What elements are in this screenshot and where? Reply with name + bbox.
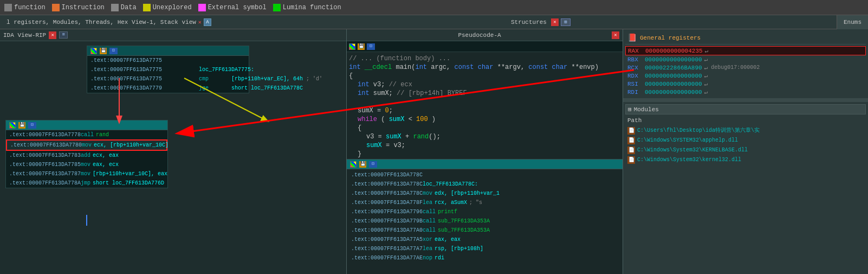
module-icon-1: 📄: [627, 127, 635, 135]
bl-save-icon: 💾: [18, 122, 25, 129]
pseudo-titlebar: Pseudocode-A ✕: [347, 29, 623, 41]
pseudo-title: Pseudocode-A: [350, 32, 609, 39]
module-row-1: 📄 C:\Users\fhl\Desktop\ida特训营\第六章\实: [625, 126, 866, 136]
path-label: Path: [625, 117, 866, 124]
reg-value-rax: 0000000000004235: [645, 48, 703, 54]
pseudo-close-btn[interactable]: ✕: [612, 31, 619, 39]
pseudo-line-8: while ( sumX < 100 ): [349, 115, 620, 124]
reg-comment-rcx: debug017:000002: [711, 65, 760, 71]
enums-tab[interactable]: Enums: [844, 19, 861, 26]
right-panel: 📕 General registers RAX 0000000000004235…: [623, 29, 868, 274]
pseudo-color-icon: [349, 43, 355, 50]
pb-line-7: .text:00007FF613DA77A0 call sub_7FF613DA…: [348, 226, 621, 235]
legend-instruction: Instruction: [52, 4, 105, 11]
ida-view-titlebar: IDA View-RIP ✕ ≡: [0, 29, 346, 41]
reg-value-rbx: 0000000000000000: [645, 56, 702, 63]
pseudo-line-6: [349, 98, 620, 106]
structures-title-tab: Structures: [511, 19, 547, 26]
code-line-1: .text:00007FF613DA7775: [87, 56, 249, 65]
registers-section: 📕 General registers RAX 0000000000004235…: [623, 29, 868, 99]
modules-title: Modules: [634, 106, 659, 113]
code-line-3: .text:00007FF613DA7775 cmp [rbp+110h+var…: [87, 74, 249, 84]
pb-line-8: .text:00007FF613DA77A5 xor eax, eax: [348, 235, 621, 244]
module-path-2: C:\Windows\SYSTEM32\apphelp.dll: [637, 136, 738, 145]
pseudo-line-7: sumX = 0;: [349, 106, 620, 115]
reg-row-rsi: RSI 0000000000000000 ↵: [625, 80, 866, 88]
pseudocode-top: Pseudocode-A ✕ 💾 ⊡ // ... (function body…: [347, 29, 623, 160]
reg-name-rcx: RCX: [627, 65, 645, 71]
pb-code: .text:00007FF613DA778C .text:00007FF613D…: [347, 169, 623, 264]
graph-content: 💾 ⊡ .text:00007FF613DA7775 .text:00007FF…: [0, 41, 346, 274]
bl-line-6: .text:00007FF613DA778A jmp short loc_7FF…: [6, 179, 167, 188]
structures-icon-btn[interactable]: ⊞: [561, 18, 571, 26]
tab-registers-modules[interactable]: l registers, Modules, Threads, Hex View-…: [2, 17, 216, 27]
module-icon-4: 📄: [627, 156, 635, 164]
pseudo-line-1: // ... (function body) ...: [349, 54, 620, 63]
registers-book-icon: 📕: [627, 33, 637, 42]
reg-row-rax: RAX 0000000000004235 ↵: [625, 46, 866, 55]
tab-label: l registers, Modules, Threads, Hex View-…: [7, 19, 196, 26]
modules-grid-icon: ⊞: [628, 106, 632, 113]
reg-row-rdx: RDX 0000000000000000 ↵: [625, 72, 866, 80]
pseudo-line-11: sumX = v3;: [349, 141, 620, 150]
structures-close-btn[interactable]: ✕: [551, 18, 559, 26]
bl-line-4: .text:00007FF613DA7785 mov eax, ecx: [6, 160, 167, 169]
ida-view-icon[interactable]: ≡: [59, 31, 68, 39]
legend-function: function: [4, 4, 46, 11]
bl-line-5: .text:00007FF613DA7787 mov [rbp+110h+var…: [6, 169, 167, 179]
code-line-4: .text:00007FF613DA7779 jge short loc_7FF…: [87, 84, 249, 93]
legend-function-label: function: [14, 4, 46, 11]
nav-icon: ⊡: [109, 48, 118, 54]
pseudo-line-2: int __cdecl main(int argc, const char **…: [349, 63, 620, 72]
reg-row-rbx: RBX 0000000000000000 ↵: [625, 55, 866, 63]
reg-value-rsi: 0000000000000000: [645, 81, 702, 87]
legend-instruction-color: [52, 4, 60, 11]
save-icon: 💾: [100, 48, 107, 54]
pseudo-line-3: {: [349, 72, 620, 80]
legend-external-symbol-label: External symbol: [208, 4, 267, 11]
legend-external-symbol: External symbol: [198, 4, 267, 11]
legend-lumina-color: [273, 4, 281, 11]
pb-color-icon: [350, 161, 357, 168]
reg-arrow-rbx: ↵: [704, 56, 708, 63]
pseudo-code-area: // ... (function body) ... int __cdecl m…: [347, 52, 623, 160]
pb-save-icon: 💾: [359, 161, 366, 168]
pseudo-line-13: printf("sumX = %d\n", sumX);: [349, 158, 620, 160]
legend-data-color: [111, 4, 119, 11]
pseudo-line-10: v3 = sumX + rand();: [349, 132, 620, 141]
registers-title-row: 📕 General registers: [625, 31, 866, 44]
main-area: IDA View-RIP ✕ ≡ 💾 ⊡ .text:00007FF613DA7…: [0, 29, 868, 274]
bl-color-icon: [9, 122, 16, 129]
legend-function-color: [4, 4, 12, 11]
legend-data: Data: [111, 4, 137, 11]
legend-unexplored-color: [143, 4, 151, 11]
code-line-2: .text:00007FF613DA7775 loc_7FF613DA7775:: [87, 65, 249, 74]
pseudo-save-icon: 💾: [358, 43, 365, 50]
reg-value-rdx: 0000000000000000: [645, 73, 702, 79]
pseudo-line-5: int sumX; // [rbp+14h] BYREF: [349, 89, 620, 98]
bl-line-3: .text:00007FF613DA7783 add ecx, eax: [6, 151, 167, 160]
bl-line-1: .text:00007FF613DA7778 call rand: [6, 130, 167, 139]
reg-arrow-rsi: ↵: [704, 80, 708, 87]
reg-arrow-rax: ↵: [705, 47, 709, 54]
ida-view-title: IDA View-RIP: [3, 32, 46, 39]
reg-name-rax: RAX: [628, 48, 645, 54]
tab-close-btn[interactable]: ✕: [198, 19, 202, 26]
legend-unexplored-label: Unexplored: [153, 4, 192, 11]
module-path-3: C:\Windows\System32\KERNELBASE.dll: [637, 146, 748, 155]
registers-title: General registers: [640, 35, 701, 41]
reg-arrow-rdi: ↵: [704, 88, 708, 95]
pb-header: 💾 ⊡: [347, 160, 623, 169]
modules-title-row: ⊞ Modules: [625, 104, 866, 114]
ida-view-close[interactable]: ✕: [49, 31, 56, 39]
legend-bar: function Instruction Data Unexplored Ext…: [0, 0, 868, 15]
reg-value-rdi: 0000000000000000: [645, 89, 702, 95]
module-icon-3: 📄: [627, 146, 635, 154]
reg-arrow-rcx: ↵: [704, 64, 708, 71]
pb-line-1: .text:00007FF613DA778C: [348, 170, 621, 180]
modules-section: ⊞ Modules Path 📄 C:\Users\fhl\Desktop\id…: [623, 102, 868, 167]
top-code-block: 💾 ⊡ .text:00007FF613DA7775 .text:00007FF…: [87, 46, 249, 93]
pseudo-line-4: int v3; // ecx: [349, 80, 620, 89]
reg-name-rbx: RBX: [627, 56, 645, 63]
module-row-4: 📄 C:\Windows\System32\kernel32.dll: [625, 155, 866, 165]
